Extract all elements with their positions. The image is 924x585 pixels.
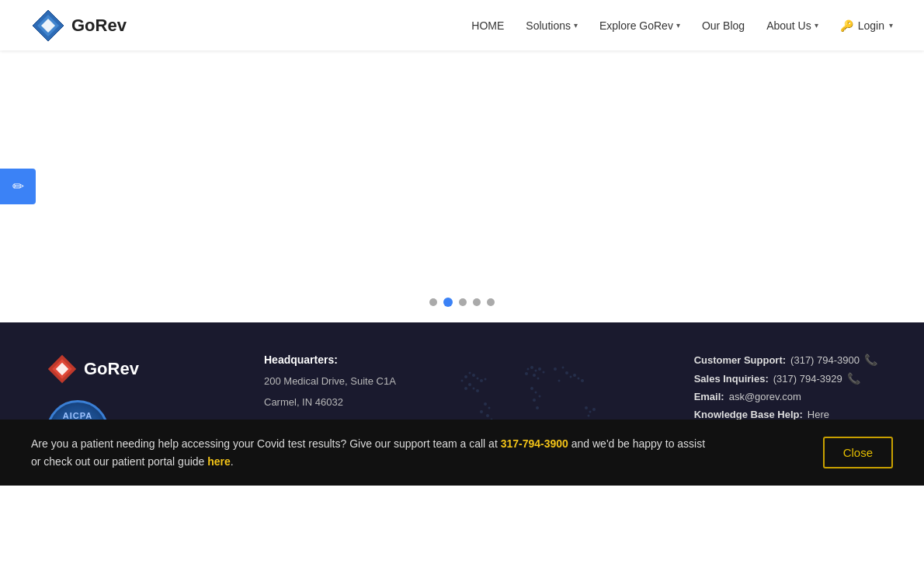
- svg-point-18: [538, 367, 541, 371]
- logo-icon: [31, 9, 65, 43]
- svg-point-34: [581, 379, 584, 382]
- svg-point-4: [464, 375, 467, 378]
- footer-kb-link[interactable]: Here: [808, 409, 829, 420]
- nav-links: HOME Solutions ▾ Explore GoRev ▾ Our Blo…: [471, 19, 893, 33]
- footer-email-line: Email: ask@gorev.com: [694, 391, 877, 402]
- svg-point-27: [536, 406, 539, 409]
- nav-item-blog[interactable]: Our Blog: [702, 19, 745, 33]
- solutions-chevron-icon: ▾: [574, 21, 578, 30]
- carousel-dot-5[interactable]: [487, 298, 495, 306]
- svg-point-5: [469, 372, 471, 374]
- svg-point-23: [530, 387, 533, 390]
- edit-button[interactable]: ✏: [0, 169, 36, 204]
- carousel-dot-3[interactable]: [459, 298, 467, 306]
- svg-point-26: [539, 395, 541, 398]
- nav-item-home[interactable]: HOME: [471, 19, 504, 33]
- svg-point-8: [480, 379, 483, 382]
- cookie-text-before-phone: Are you a patient needing help accessing…: [31, 437, 501, 450]
- svg-point-9: [485, 378, 487, 381]
- cookie-portal-link[interactable]: here: [207, 455, 231, 468]
- cookie-text-end: .: [231, 455, 234, 468]
- phone-icon-sales: 📞: [847, 372, 860, 385]
- carousel-dot-4[interactable]: [473, 298, 481, 306]
- footer-support-number: (317) 794-3900: [790, 354, 860, 366]
- svg-point-20: [533, 374, 536, 377]
- svg-point-15: [527, 368, 530, 371]
- nav-item-explore[interactable]: Explore GoRev ▾: [599, 19, 680, 32]
- explore-chevron-icon: ▾: [676, 21, 680, 30]
- svg-point-14: [464, 387, 467, 390]
- logo-link[interactable]: GoRev: [31, 9, 127, 43]
- footer-email-label: Email:: [694, 391, 724, 402]
- nav-item-login[interactable]: 🔑 Login ▾: [840, 19, 893, 32]
- cookie-text: Are you a patient needing help accessing…: [31, 435, 714, 470]
- svg-point-6: [472, 374, 475, 377]
- carousel-dot-1[interactable]: [429, 298, 437, 306]
- footer-kb-label: Knowledge Base Help:: [694, 409, 803, 420]
- svg-point-7: [477, 378, 479, 380]
- footer-support-line: Customer Support: (317) 794-3900 📞: [694, 353, 877, 366]
- svg-point-36: [484, 402, 487, 406]
- svg-point-30: [565, 371, 568, 374]
- svg-point-11: [473, 388, 475, 390]
- navbar: GoRev HOME Solutions ▾ Explore GoRev ▾ O…: [0, 0, 924, 50]
- about-chevron-icon: ▾: [815, 21, 818, 30]
- nav-item-solutions[interactable]: Solutions ▾: [526, 19, 578, 32]
- svg-point-16: [530, 366, 533, 369]
- svg-point-12: [476, 389, 479, 392]
- svg-point-32: [573, 374, 576, 377]
- svg-point-38: [486, 414, 489, 417]
- svg-point-43: [592, 408, 596, 411]
- carousel-dots: [429, 298, 495, 307]
- footer-logo-icon: [47, 353, 78, 385]
- footer-kb-line: Knowledge Base Help: Here: [694, 409, 877, 420]
- cookie-bar: Are you a patient needing help accessing…: [0, 420, 924, 486]
- svg-point-41: [585, 406, 588, 409]
- footer-sales-label: Sales Inquiries:: [694, 373, 769, 385]
- login-chevron-icon: ▾: [889, 21, 893, 30]
- phone-icon-support: 📞: [864, 353, 877, 366]
- nav-item-about[interactable]: About Us ▾: [766, 19, 818, 32]
- svg-point-22: [525, 372, 528, 375]
- svg-point-33: [578, 378, 580, 380]
- footer-logo-text: GoRev: [84, 359, 139, 379]
- footer-sales-number: (317) 794-3929: [773, 373, 842, 385]
- svg-point-42: [589, 411, 592, 413]
- carousel-dot-2[interactable]: [443, 298, 453, 307]
- svg-point-44: [588, 415, 590, 417]
- svg-point-19: [543, 371, 545, 374]
- svg-point-10: [468, 383, 471, 386]
- footer: GoRev AICPA SOC aicpa.org/soc4so Headqua…: [0, 322, 924, 486]
- svg-point-31: [570, 376, 572, 378]
- svg-point-17: [535, 370, 537, 372]
- key-icon: 🔑: [840, 19, 853, 32]
- footer-col-contact: Customer Support: (317) 794-3900 📞 Sales…: [694, 353, 877, 420]
- logo-text: GoRev: [71, 16, 127, 36]
- svg-point-37: [488, 407, 491, 409]
- main-content-area: ✏: [0, 50, 924, 322]
- svg-point-24: [535, 392, 537, 394]
- svg-point-35: [558, 380, 561, 382]
- footer-email-value[interactable]: ask@gorev.com: [729, 391, 801, 402]
- footer-logo: GoRev: [47, 353, 139, 385]
- footer-sales-line: Sales Inquiries: (317) 794-3929 📞: [694, 372, 877, 385]
- svg-point-13: [461, 380, 464, 382]
- svg-point-21: [537, 378, 540, 380]
- edit-icon: ✏: [12, 178, 24, 195]
- svg-point-25: [533, 399, 536, 402]
- cookie-phone-number: 317-794-3900: [501, 437, 568, 450]
- svg-point-40: [480, 410, 483, 413]
- svg-point-29: [562, 367, 564, 369]
- cookie-close-button[interactable]: Close: [823, 437, 893, 468]
- svg-point-28: [554, 367, 557, 371]
- footer-support-label: Customer Support:: [694, 354, 786, 366]
